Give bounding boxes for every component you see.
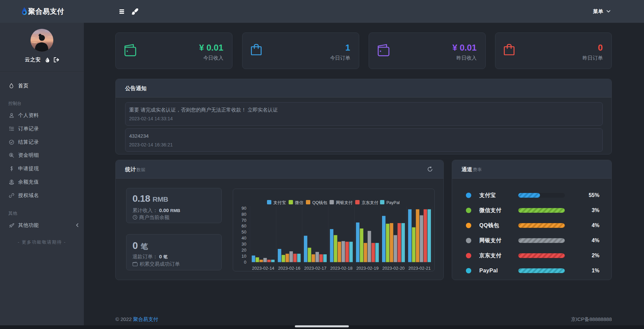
svg-text:2023-02-14: 2023-02-14 (252, 266, 274, 271)
svg-text:支付宝: 支付宝 (273, 200, 286, 205)
svg-text:网银支付: 网银支付 (336, 200, 353, 205)
svg-text:70: 70 (241, 218, 246, 223)
svg-text:30: 30 (241, 242, 246, 247)
svg-text:0: 0 (244, 260, 246, 265)
svg-text:QQ钱包: QQ钱包 (312, 200, 327, 205)
svg-text:20: 20 (241, 248, 246, 253)
svg-text:微信: 微信 (295, 200, 304, 205)
svg-text:90: 90 (241, 206, 246, 211)
svg-text:2023-02-16: 2023-02-16 (278, 266, 301, 271)
svg-text:PayPal: PayPal (386, 200, 400, 205)
svg-text:2023-02-21: 2023-02-21 (409, 266, 431, 271)
svg-text:10: 10 (241, 254, 246, 259)
svg-text:40: 40 (241, 236, 246, 241)
svg-text:80: 80 (241, 212, 246, 217)
svg-text:60: 60 (241, 223, 246, 228)
svg-text:2023-02-19: 2023-02-19 (356, 266, 379, 271)
svg-text:2023-02-20: 2023-02-20 (382, 266, 405, 271)
svg-text:2023-02-18: 2023-02-18 (330, 266, 352, 271)
svg-text:2023-02-17: 2023-02-17 (304, 266, 327, 271)
svg-text:京东支付: 京东支付 (362, 200, 379, 205)
svg-text:50: 50 (241, 229, 246, 235)
